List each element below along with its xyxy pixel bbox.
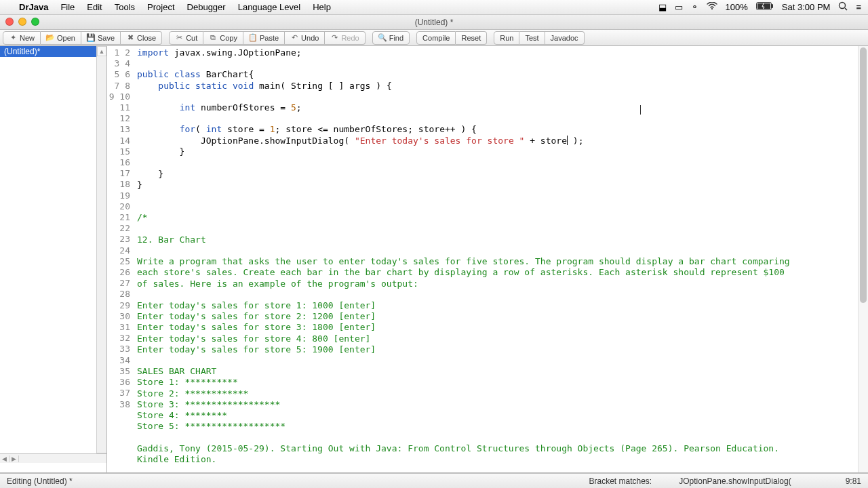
find-icon: 🔍 [378, 34, 387, 42]
status-bar: Editing (Untitled) * Bracket matches: JO… [0, 473, 868, 488]
menu-project[interactable]: Project [147, 2, 174, 12]
window-title: (Untitled) * [415, 18, 454, 27]
code-area[interactable]: import javax.swing.JOptionPane; public c… [134, 46, 868, 472]
reset-button[interactable]: Reset [456, 31, 487, 45]
undo-button[interactable]: ↶Undo [285, 31, 325, 45]
scroll-up-icon[interactable]: ▲ [97, 46, 106, 56]
display-icon[interactable]: ▭ [675, 2, 683, 12]
clock[interactable]: Sat 3:00 PM [782, 2, 831, 12]
close-button[interactable]: ✖Close [121, 31, 162, 45]
secondary-caret [640, 105, 641, 115]
sidebar-scrollbar[interactable]: ▲ ▼ [96, 46, 106, 463]
editor-scrollbar[interactable] [858, 46, 868, 472]
copy-button[interactable]: ⧉Copy [203, 31, 243, 45]
paste-icon: 📋 [249, 34, 257, 42]
open-icon: 📂 [46, 34, 54, 42]
cursor-position: 9:81 [846, 476, 861, 486]
titlebar: (Untitled) * [0, 15, 868, 30]
menu-edit[interactable]: Edit [87, 2, 102, 12]
save-button[interactable]: 💾Save [81, 31, 121, 45]
code-editor[interactable]: 1 2 3 4 5 6 7 8 9 10 11 12 13 14 15 16 1… [107, 46, 868, 472]
wifi-icon[interactable] [707, 2, 717, 12]
sidebar-bottom-scroll[interactable]: ◀▶ [0, 453, 106, 463]
paste-button[interactable]: 📋Paste [243, 31, 285, 45]
new-button[interactable]: ✦New [3, 31, 41, 45]
battery-percent: 100% [726, 2, 748, 12]
scroll-left-icon[interactable]: ◀ [0, 455, 9, 462]
open-button[interactable]: 📂Open [41, 31, 81, 45]
menu-tools[interactable]: Tools [115, 2, 135, 12]
scroll-right-icon[interactable]: ▶ [9, 455, 19, 462]
window-zoom-button[interactable] [31, 18, 39, 26]
line-gutter: 1 2 3 4 5 6 7 8 9 10 11 12 13 14 15 16 1… [107, 46, 134, 472]
svg-rect-3 [772, 4, 773, 8]
svg-point-4 [840, 3, 846, 9]
menu-language-level[interactable]: Language Level [238, 2, 301, 12]
scrollbar-thumb[interactable] [860, 47, 867, 303]
menu-debugger[interactable]: Debugger [187, 2, 226, 12]
menu-icon[interactable]: ≡ [856, 2, 861, 12]
find-button[interactable]: 🔍Find [372, 31, 410, 45]
file-sidebar: (Untitled)* ▲ ▼ ◀▶ [0, 46, 107, 472]
undo-icon: ↶ [290, 34, 298, 42]
menu-file[interactable]: File [60, 2, 75, 12]
app-name[interactable]: DrJava [19, 2, 48, 12]
dropbox-icon[interactable]: ⬓ [658, 2, 667, 12]
bracket-value: JOptionPane.showInputDialog( [679, 476, 791, 486]
redo-button[interactable]: ↷Redo [325, 31, 365, 45]
toolbar: ✦New 📂Open 💾Save ✖Close ✂Cut ⧉Copy 📋Past… [0, 30, 868, 46]
window-close-button[interactable] [5, 18, 14, 26]
save-icon: 💾 [87, 34, 95, 42]
cut-button[interactable]: ✂Cut [169, 31, 203, 45]
cut-icon: ✂ [175, 34, 183, 42]
javadoc-button[interactable]: Javadoc [545, 31, 585, 45]
battery-icon[interactable] [756, 2, 774, 12]
compile-button[interactable]: Compile [416, 31, 456, 45]
bracket-label: Bracket matches: [589, 476, 652, 486]
macos-menubar: DrJava File Edit Tools Project Debugger … [0, 0, 868, 15]
bluetooth-icon[interactable]: ⚬ [691, 2, 698, 12]
drjava-window: (Untitled) * ✦New 📂Open 💾Save ✖Close ✂Cu… [0, 15, 868, 488]
window-minimize-button[interactable] [18, 18, 26, 26]
run-button[interactable]: Run [494, 31, 519, 45]
new-icon: ✦ [9, 34, 17, 42]
spotlight-icon[interactable] [838, 1, 848, 13]
svg-point-0 [711, 8, 713, 9]
test-button[interactable]: Test [519, 31, 545, 45]
status-left: Editing (Untitled) * [7, 476, 73, 486]
menu-help[interactable]: Help [313, 2, 331, 12]
file-list-item[interactable]: (Untitled)* [0, 46, 106, 57]
svg-line-5 [845, 8, 847, 10]
redo-icon: ↷ [330, 34, 338, 42]
close-icon: ✖ [126, 34, 134, 42]
copy-icon: ⧉ [209, 34, 217, 42]
